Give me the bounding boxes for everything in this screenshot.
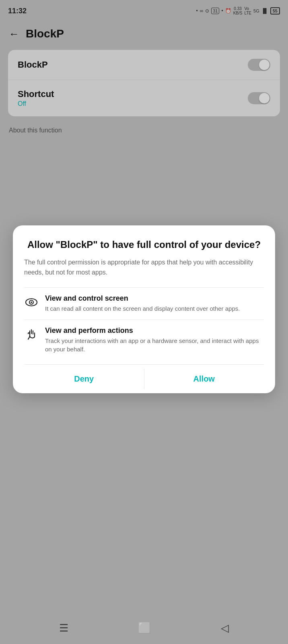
permission-perform-actions: View and perform actions Track your inte… (24, 320, 264, 361)
svg-point-2 (31, 301, 32, 303)
dialog-title: Allow "BlockP" to have full control of y… (24, 238, 264, 251)
eye-icon (24, 295, 39, 312)
permission-actions-desc: Track your interactions with an app or a… (45, 336, 264, 354)
hand-icon (24, 327, 39, 345)
permission-view-desc: It can read all content on the screen an… (45, 304, 240, 313)
dialog-description: The full control permission is appropria… (24, 258, 264, 278)
permission-view-title: View and control screen (45, 294, 240, 303)
allow-button[interactable]: Allow (144, 365, 264, 393)
permission-view-text: View and control screen It can read all … (45, 294, 240, 313)
permission-view-control: View and control screen It can read all … (24, 287, 264, 320)
permission-actions-text: View and perform actions Track your inte… (45, 326, 264, 354)
deny-button[interactable]: Deny (24, 365, 144, 393)
permission-dialog: Allow "BlockP" to have full control of y… (13, 225, 275, 393)
dialog-buttons: Deny Allow (24, 364, 264, 393)
permission-actions-title: View and perform actions (45, 326, 264, 335)
